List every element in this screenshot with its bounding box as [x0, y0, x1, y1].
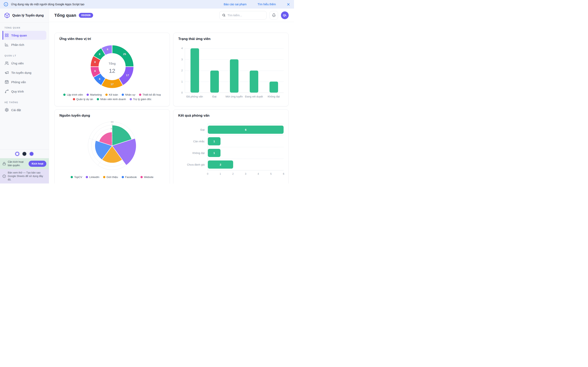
legend-item[interactable]: LinkedIn: [86, 175, 99, 179]
y-tick-label: 3: [181, 58, 183, 61]
theme-dot-purple[interactable]: [30, 152, 34, 156]
bar-value-label: 1: [213, 151, 215, 155]
bar[interactable]: 2: [208, 160, 233, 169]
theme-dot-light[interactable]: [15, 152, 19, 156]
sidebar: Quản lý Tuyển dụng TỔNG QUAN Tổng quan P…: [0, 8, 49, 184]
report-abuse-link[interactable]: Báo cáo sai phạm: [224, 3, 246, 6]
polar-area-chart[interactable]: 0.511.522.533.5: [60, 118, 165, 174]
bar-slot: [224, 48, 244, 92]
legend-item[interactable]: TopCV: [71, 175, 82, 179]
legend-item[interactable]: Giới thiệu: [103, 175, 118, 179]
sidebar-item-label: Tổng quan: [11, 34, 27, 37]
notifications-button[interactable]: [269, 11, 278, 20]
bar[interactable]: [210, 71, 219, 93]
close-icon[interactable]: [286, 2, 290, 6]
trial-strip: Bản xem thử — Tạo bản sao Google Sheets …: [0, 169, 49, 184]
sidebar-item-overview[interactable]: Tổng quan: [2, 31, 46, 40]
bar[interactable]: [269, 82, 278, 92]
legend-item[interactable]: Facebook: [122, 175, 137, 179]
y-tick-label: 2: [181, 69, 183, 72]
card-title: Nguồn tuyển dụng: [60, 114, 165, 118]
bar-slot: [264, 48, 284, 92]
bar[interactable]: [190, 48, 199, 92]
legend-label: Website: [144, 175, 154, 179]
legend-dot: [122, 94, 124, 96]
brand-title: Quản lý Tuyển dụng: [12, 13, 44, 17]
category-label: Chưa đánh giá: [178, 163, 205, 166]
legend-item[interactable]: Marketing: [86, 93, 102, 96]
avatar[interactable]: QL: [281, 11, 289, 19]
legend-row: Quản lý dự ánNhân viên kinh doanhTrợ lý …: [73, 98, 151, 101]
legend-label: LinkedIn: [89, 175, 99, 179]
slice-value-label: 8: [107, 48, 108, 51]
legend-item[interactable]: Trợ lý giám đốc: [130, 98, 151, 101]
x-tick-label: 4: [258, 173, 259, 175]
y-tick-label: 4: [181, 47, 183, 50]
bar-value-label: 6: [245, 128, 247, 131]
donut-center-label: Tổng: [109, 62, 116, 65]
bar[interactable]: [250, 71, 258, 93]
bar-slot: [244, 48, 264, 92]
legend-dot: [63, 94, 66, 96]
legend-item[interactable]: Nhân sự: [122, 93, 135, 96]
x-tick-label: 5: [270, 173, 272, 175]
sidebar-item-label: Phân tích: [11, 43, 24, 47]
page-header: Tổng quan 03/2026 QL: [49, 8, 294, 22]
search-input[interactable]: [227, 14, 264, 17]
x-tick-label: Đang xét duyệt: [244, 95, 264, 98]
legend-row: Lập trình viênMarketingKế toánNhân sựThi…: [63, 93, 161, 96]
card-title: Trạng thái ứng viên: [178, 37, 284, 41]
legend-label: TopCV: [74, 175, 82, 179]
plot-area[interactable]: Đạt6Cân nhắc1Không đạt1Chưa đánh giá2: [208, 124, 284, 170]
sidebar-item-interviews[interactable]: Phỏng vấn: [2, 77, 46, 86]
sidebar-item-pipeline[interactable]: Quy trình: [2, 87, 46, 96]
legend-dot: [130, 98, 132, 100]
bar[interactable]: 1: [208, 149, 221, 157]
category-label: Không đạt: [178, 151, 205, 155]
sidebar-item-candidates[interactable]: Ứng viên: [2, 59, 46, 68]
doughnut-chart[interactable]: 25171788888Tổng12: [60, 42, 165, 91]
legend-label: Kế toán: [109, 93, 118, 96]
search-box[interactable]: [219, 11, 267, 20]
legend-item[interactable]: Lập trình viên: [63, 93, 83, 96]
period-badge: 03/2026: [79, 13, 93, 18]
sidebar-item-settings[interactable]: Cài đặt: [2, 105, 46, 114]
legend-label: Marketing: [90, 93, 102, 96]
card-recruitment-sources: Nguồn tuyển dụng 0.511.522.533.5 TopCVLi…: [54, 109, 170, 184]
dashboard-grid: Ứng viên theo vị trí 25171788888Tổng12 L…: [49, 22, 294, 184]
legend-item[interactable]: Thiết kế đồ hoạ: [139, 93, 161, 96]
slice-value-label: 8: [99, 53, 100, 56]
legend-item[interactable]: Quản lý dự án: [73, 98, 93, 101]
activate-button[interactable]: Kích hoạt: [29, 161, 46, 167]
legend-item[interactable]: Nhân viên kinh doanh: [97, 98, 126, 101]
bar[interactable]: [230, 59, 238, 92]
section-label-manage: QUẢN LÝ: [4, 54, 44, 57]
learn-more-link[interactable]: Tìm hiểu thêm: [258, 3, 276, 6]
bar-chart[interactable]: 01234Đã phỏng vấnĐạtMới ứng tuyểnĐang xé…: [178, 48, 284, 98]
bar-chart-icon: [5, 43, 9, 47]
legend-dot: [71, 176, 73, 178]
gear-icon: [5, 108, 9, 112]
megaphone-icon: [5, 71, 9, 75]
spline-flow-icon: [5, 89, 9, 93]
legend-dot: [73, 98, 75, 100]
bar[interactable]: 6: [208, 125, 284, 134]
sidebar-item-job-posts[interactable]: Tin tuyển dụng: [2, 68, 46, 77]
y-axis-labels: 01234: [178, 48, 183, 93]
plot-area[interactable]: [185, 48, 284, 93]
sidebar-nav: TỔNG QUAN Tổng quan Phân tích QUẢN LÝ Ứn…: [0, 22, 49, 115]
legend-item[interactable]: Kế toán: [105, 93, 118, 96]
x-tick-label: 1: [220, 173, 221, 175]
x-tick-label: Đã phỏng vấn: [185, 95, 205, 98]
theme-dot-dark[interactable]: [22, 152, 26, 156]
slice-value-label: 17: [126, 74, 129, 77]
bar[interactable]: 1: [208, 137, 221, 145]
horizontal-bar-chart[interactable]: Đạt6Cân nhắc1Không đạt1Chưa đánh giá2012…: [178, 124, 284, 176]
sidebar-item-label: Tin tuyển dụng: [11, 71, 31, 75]
sidebar-item-analytics[interactable]: Phân tích: [2, 40, 46, 49]
main-area: Tổng quan 03/2026 QL: [49, 8, 294, 184]
vchart: 01234Đã phỏng vấnĐạtMới ứng tuyểnĐang xé…: [178, 48, 284, 98]
legend-item[interactable]: Website: [140, 175, 154, 179]
card-candidates-by-position: Ứng viên theo vị trí 25171788888Tổng12 L…: [54, 33, 170, 106]
card-title: Ứng viên theo vị trí: [60, 37, 165, 41]
